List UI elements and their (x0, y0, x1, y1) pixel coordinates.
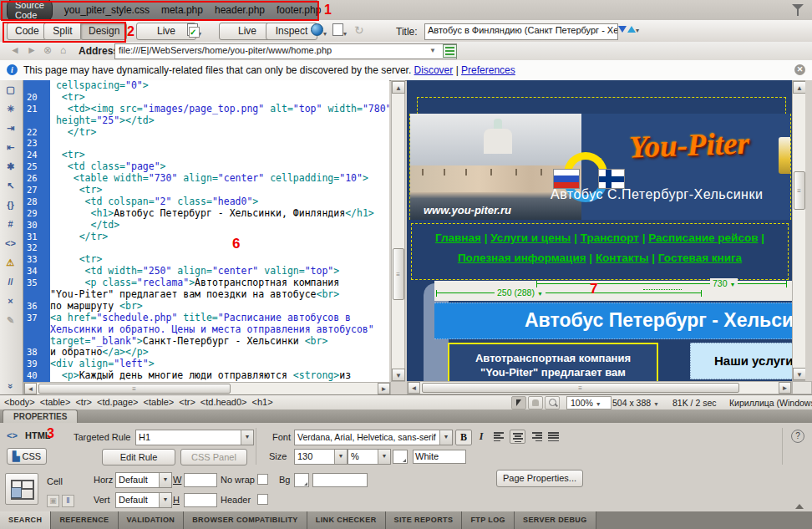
scroll-right-icon[interactable]: ► (378, 383, 390, 394)
scroll-up-icon[interactable]: ▲ (793, 81, 806, 94)
tag-selector-item[interactable]: <td.head0> (200, 397, 247, 407)
css-mode-button[interactable]: ▙ CSS (7, 448, 47, 465)
text-color-swatch[interactable] (393, 450, 408, 464)
open-documents-icon[interactable]: ▢ (0, 80, 21, 99)
header-checkbox[interactable] (257, 494, 268, 505)
menu-link[interactable]: Контакты (596, 252, 649, 264)
scroll-right-icon[interactable]: ► (779, 382, 791, 394)
properties-panel-tab[interactable]: PROPERTIES (3, 409, 78, 424)
nowrap-checkbox[interactable] (257, 474, 268, 485)
hand-tool-icon[interactable] (528, 396, 543, 409)
scroll-left-icon[interactable]: ◄ (408, 382, 420, 394)
tag-selector-item[interactable]: <table> (144, 397, 175, 407)
tag-selector-item[interactable]: <tr> (75, 397, 92, 407)
window-size-dropdown[interactable]: 504 x 388 ▼ (612, 398, 659, 408)
file-get-put-icon[interactable]: ▾ (618, 23, 639, 35)
scroll-left-icon[interactable]: ◄ (24, 383, 37, 394)
tag-selector-item[interactable]: <tr> (179, 397, 195, 407)
menu-link[interactable]: Расписание рейсов (648, 231, 758, 244)
syntax-error-alerts-icon[interactable]: ⚠ (0, 253, 21, 272)
split-cell-icon[interactable]: ⫴ (62, 495, 74, 507)
vert-dropdown[interactable]: Default▼ (115, 492, 172, 508)
italic-button[interactable]: I (475, 430, 488, 444)
expand-all-icon[interactable]: ✱ (0, 157, 21, 176)
code-editor[interactable]: cellspacing="0"> <tr> <td><img src="imag… (50, 80, 389, 382)
cell-height-input[interactable] (184, 493, 217, 507)
preferences-link[interactable]: Preferences (461, 64, 515, 76)
select-parent-tag-icon[interactable]: ↖ (0, 176, 21, 196)
forward-icon[interactable]: ► (27, 44, 37, 56)
align-left-icon[interactable] (492, 430, 508, 444)
design-horizontal-scrollbar[interactable]: ◄ ≡ ► (407, 381, 792, 394)
address-input[interactable]: file:///E|/WebServers/home/you-piter/www… (114, 43, 457, 59)
help-icon[interactable]: ? (791, 430, 804, 443)
size-unit-dropdown[interactable]: %▼ (348, 449, 391, 465)
menu-link[interactable]: Гостевая книга (658, 252, 742, 264)
line-numbers-icon[interactable]: # (0, 215, 21, 234)
tag-selector-item[interactable]: <body> (4, 397, 35, 407)
text-color-input[interactable]: White (413, 450, 466, 464)
scroll-down-icon[interactable]: ▼ (793, 368, 806, 380)
merge-cells-icon[interactable]: ▣ (47, 495, 59, 507)
code-vertical-scrollbar[interactable]: ▲ ≡ ▼ (391, 80, 405, 382)
design-view[interactable]: You-Piter Автобус С.Петербург-Хельсинки … (407, 80, 792, 381)
targeted-rule-dropdown[interactable]: H1▼ (135, 430, 254, 445)
scroll-thumb[interactable]: ≡ (393, 248, 404, 300)
css-panel-button[interactable]: CSS Panel (180, 449, 247, 465)
horz-dropdown[interactable]: Default▼ (115, 472, 172, 488)
apply-comment-icon[interactable]: // (0, 272, 21, 292)
scroll-thumb[interactable]: ≡ (422, 383, 739, 393)
results-tab[interactable]: SITE REPORTS (386, 511, 463, 529)
zoom-tool-icon[interactable] (545, 396, 560, 409)
results-tab[interactable]: REFERENCE (51, 511, 118, 529)
page-title-input[interactable]: Автобус в Финляндию (Санкт Петербург - Х… (424, 23, 618, 40)
page-properties-button[interactable]: Page Properties... (496, 470, 583, 487)
close-infobar-icon[interactable]: ✕ (794, 64, 805, 75)
align-right-icon[interactable] (528, 430, 544, 444)
cell-width-input[interactable] (184, 473, 217, 487)
format-source-code-icon[interactable]: ✎ (0, 311, 21, 330)
validate-markup-icon[interactable]: ▾ (332, 23, 347, 38)
home-icon[interactable]: ⌂ (60, 44, 66, 56)
zoom-level-dropdown[interactable]: 100% ▼ (566, 396, 612, 409)
size-dropdown[interactable]: 130▼ (294, 449, 348, 465)
tag-selector-item[interactable]: <h1> (252, 397, 273, 407)
results-tab[interactable]: SEARCH (0, 511, 51, 529)
address-dropdown-icon[interactable]: ▼ (429, 47, 436, 54)
check-browser-compatibility-icon[interactable]: ✓▾ (187, 23, 201, 38)
filter-related-files-icon[interactable] (792, 4, 805, 16)
menu-link[interactable]: Полезная информация (458, 252, 586, 264)
back-icon[interactable]: ◄ (10, 44, 20, 56)
column-width-menu[interactable]: 250 (288) ▼ (495, 287, 546, 298)
design-vertical-scrollbar[interactable]: ▲ ≡ ▼ (792, 80, 806, 381)
collapse-selection-icon[interactable]: ⇤ (0, 138, 21, 157)
collapse-panel-icon[interactable] (795, 504, 804, 509)
show-more-icon[interactable]: » (6, 376, 16, 397)
remove-comment-icon[interactable]: × (0, 292, 21, 311)
scroll-up-icon[interactable]: ▲ (392, 81, 405, 94)
menu-link[interactable]: Главная (435, 231, 481, 244)
results-tab[interactable]: SERVER DEBUG (515, 511, 596, 529)
tag-selector-item[interactable]: <td.page> (97, 397, 139, 407)
scroll-down-icon[interactable]: ▼ (392, 369, 405, 381)
table-width-menu[interactable]: 730 ▼ (710, 278, 738, 288)
tag-selector-item[interactable]: <table> (40, 397, 71, 407)
balance-braces-icon[interactable]: {} (0, 196, 21, 215)
preview-in-browser-icon[interactable]: ▾ (311, 23, 327, 38)
refresh-icon[interactable]: ↻ (354, 23, 364, 37)
bg-color-swatch[interactable] (294, 473, 309, 487)
results-tab[interactable]: FTP LOG (462, 511, 515, 529)
code-navigator-icon[interactable]: ✳ (0, 99, 21, 119)
results-tab[interactable]: LINK CHECKER (307, 511, 386, 529)
font-dropdown[interactable]: Verdana, Arial, Helvetica, sans-serif▼ (294, 430, 453, 445)
menu-link[interactable]: Услуги и цены (490, 231, 571, 244)
code-navigator-list-icon[interactable] (443, 44, 457, 58)
stop-icon[interactable]: ⊗ (43, 44, 52, 56)
collapse-full-tag-icon[interactable]: ⇥ (0, 119, 21, 138)
scroll-thumb[interactable]: ≡ (794, 171, 805, 210)
edit-rule-button[interactable]: Edit Rule (102, 449, 175, 465)
menu-link[interactable]: Транспорт (581, 231, 639, 244)
align-center-icon[interactable] (510, 430, 525, 444)
results-tab[interactable]: BROWSER COMPATIBILITY (184, 511, 307, 529)
select-tool-icon[interactable] (511, 396, 526, 409)
